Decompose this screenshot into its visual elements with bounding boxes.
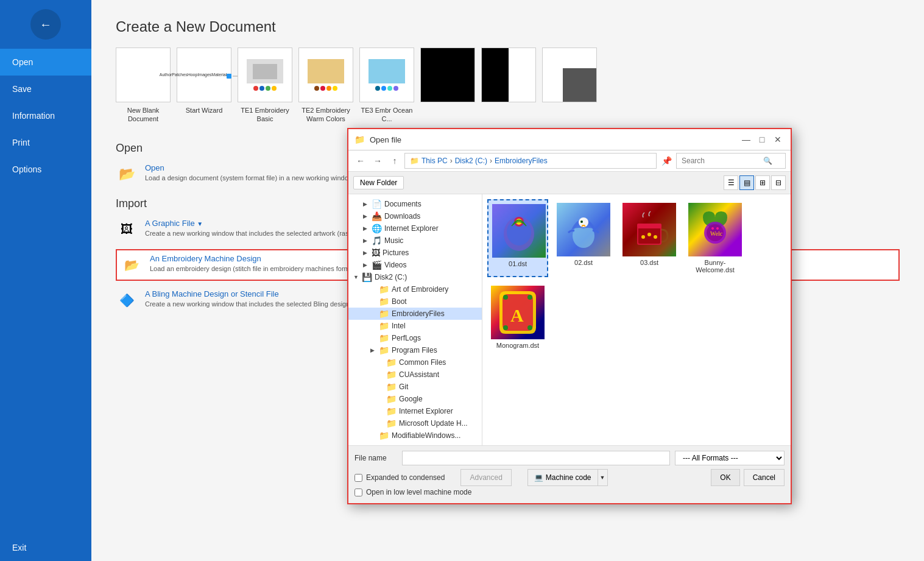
- tree-item-intel[interactable]: 📁 Intel: [348, 320, 482, 332]
- svg-text:Welc: Welc: [710, 230, 723, 237]
- file-area: 01.dst: [482, 194, 791, 445]
- file-thumb-01dst: [492, 204, 546, 258]
- nav-back-button[interactable]: ←: [353, 153, 368, 168]
- tree-label: Common Files: [399, 358, 446, 367]
- breadcrumb-part1[interactable]: This PC: [421, 157, 448, 165]
- svg-rect-10: [637, 224, 661, 228]
- tree-item-downloads[interactable]: ▶ 📥 Downloads: [348, 210, 482, 222]
- tree-item-boot[interactable]: 📁 Boot: [348, 295, 482, 308]
- view-icons-button[interactable]: ⊞: [755, 175, 770, 190]
- tree-item-common-files[interactable]: 📁 Common Files: [348, 356, 482, 369]
- file-item-bunny[interactable]: Welc Bunny-Welcome.dst: [685, 199, 746, 277]
- machine-code-group: 💻 Machine code ▼: [527, 469, 608, 486]
- template-black2[interactable]: [481, 48, 536, 124]
- sidebar-item-information[interactable]: Information: [0, 102, 91, 129]
- tree-item-perflogs[interactable]: 📁 PerfLogs: [348, 332, 482, 344]
- template-thumb-black3: [542, 48, 597, 102]
- sidebar-item-print[interactable]: Print: [0, 129, 91, 156]
- template-blank[interactable]: New Blank Document: [116, 48, 171, 124]
- tree-label: Documents: [384, 200, 421, 208]
- dialog-bottom: File name --- All Formats --- Expanded t…: [348, 445, 791, 503]
- template-te2[interactable]: TE2 Embroidery Warm Colors: [298, 48, 353, 124]
- tree-item-google[interactable]: 📁 Google: [348, 393, 482, 405]
- format-select[interactable]: --- All Formats ---: [675, 451, 785, 465]
- tree-item-music[interactable]: ▶ 🎵 Music: [348, 235, 482, 247]
- file-grid: 01.dst: [487, 199, 786, 353]
- sidebar-item-options[interactable]: Options: [0, 156, 91, 183]
- tree-icon: 📁: [386, 382, 397, 392]
- tree-item-program-files[interactable]: ▶ 📁 Program Files: [348, 344, 482, 356]
- file-thumb-bunny: Welc: [688, 203, 742, 256]
- open-link[interactable]: Open: [145, 163, 354, 172]
- tree-arrow: ▶: [363, 213, 369, 219]
- tree-item-videos[interactable]: ▶ 🎬 Videos: [348, 259, 482, 271]
- tree-item-modifiable[interactable]: 📁 ModifiableWindows...: [348, 429, 482, 442]
- ok-button[interactable]: OK: [711, 469, 739, 486]
- view-list-button[interactable]: ▤: [739, 175, 754, 190]
- template-label: Start Wizard: [177, 106, 231, 115]
- checkbox-lowlevel: Open in low level machine mode: [354, 488, 785, 496]
- sidebar: ← Open Save Information Print Options Ex…: [0, 0, 91, 561]
- dialog-close-button[interactable]: ✕: [771, 133, 785, 146]
- tree-label: Internet Explorer: [384, 224, 439, 233]
- nav-up-button[interactable]: ↑: [387, 153, 402, 168]
- nav-pin-button[interactable]: 📌: [659, 153, 674, 168]
- checkbox-expanded-input[interactable]: [354, 474, 362, 482]
- template-wizard[interactable]: Author Patches Hoop Images Material → St…: [177, 48, 231, 124]
- machine-code-dropdown[interactable]: ▼: [598, 469, 608, 486]
- template-thumb-wizard: Author Patches Hoop Images Material →: [177, 48, 231, 102]
- search-input[interactable]: [682, 157, 761, 165]
- nav-forward-button[interactable]: →: [370, 153, 385, 168]
- tree-item-msupdate[interactable]: 📁 Microsoft Update H...: [348, 417, 482, 429]
- tree-item-ie2[interactable]: 📁 Internet Explorer: [348, 405, 482, 417]
- file-item-02dst[interactable]: 02.dst: [553, 199, 614, 277]
- sidebar-item-open[interactable]: Open: [0, 49, 91, 76]
- file-thumb-monogram: A: [491, 286, 545, 339]
- dialog-minimize-button[interactable]: —: [739, 133, 753, 146]
- tree-icon: 📁: [386, 406, 397, 416]
- tree-item-embroideryfiles[interactable]: 📁 EmbroideryFiles: [348, 308, 482, 320]
- template-black1[interactable]: [420, 48, 475, 124]
- dialog-controls: — □ ✕: [739, 133, 785, 146]
- sidebar-item-label: Save: [12, 84, 32, 94]
- new-folder-button[interactable]: New Folder: [353, 176, 404, 189]
- file-item-monogram[interactable]: A Monogram.dst: [487, 282, 548, 353]
- dialog-title-text: Open file: [370, 135, 735, 144]
- template-te1[interactable]: TE1 Embroidery Basic: [238, 48, 292, 124]
- advanced-button[interactable]: Advanced: [460, 469, 511, 486]
- dialog-nav: ← → ↑ 📁 This PC › Disk2 (C:) › Embroider…: [348, 150, 791, 172]
- tree-item-disk2[interactable]: ▼ 💾 Disk2 (C:): [348, 271, 482, 283]
- page-title: Create a New Document: [116, 18, 900, 35]
- tree-label: Intel: [392, 322, 406, 330]
- svg-point-11: [641, 235, 645, 239]
- back-button[interactable]: ←: [30, 9, 61, 40]
- sidebar-item-exit[interactable]: Exit: [0, 534, 91, 561]
- view-details-button[interactable]: ☰: [724, 175, 738, 190]
- tree-item-pictures[interactable]: ▶ 🖼 Pictures: [348, 247, 482, 259]
- tree-item-art[interactable]: 📁 Art of Embroidery: [348, 283, 482, 295]
- dialog-maximize-button[interactable]: □: [755, 133, 769, 146]
- template-black3[interactable]: [542, 48, 597, 124]
- sidebar-item-save[interactable]: Save: [0, 76, 91, 102]
- file-name-03dst: 03.dst: [622, 259, 676, 266]
- search-box: 🔍: [676, 153, 786, 169]
- tree-label: ModifiableWindows...: [392, 431, 460, 440]
- breadcrumb-part2[interactable]: Disk2 (C:): [455, 157, 487, 165]
- filename-input[interactable]: [402, 451, 670, 465]
- tree-item-cuassistant[interactable]: 📁 CUAssistant: [348, 369, 482, 381]
- template-te3[interactable]: TE3 Embr Ocean C...: [359, 48, 414, 124]
- svg-point-20: [503, 295, 508, 300]
- file-item-03dst[interactable]: 03.dst: [619, 199, 680, 277]
- tree-item-git[interactable]: 📁 Git: [348, 381, 482, 393]
- main-content: Create a New Document New Blank Document…: [91, 0, 924, 561]
- sidebar-item-label: Information: [12, 111, 55, 121]
- machine-code-button[interactable]: 💻 Machine code: [527, 469, 598, 486]
- checkbox-lowlevel-input[interactable]: [354, 489, 362, 496]
- tree-item-internet-explorer[interactable]: ▶ 🌐 Internet Explorer: [348, 222, 482, 235]
- breadcrumb-part3[interactable]: EmbroideryFiles: [495, 157, 548, 165]
- file-item-01dst[interactable]: 01.dst: [487, 199, 548, 277]
- filename-label: File name: [354, 454, 397, 462]
- view-extra-button[interactable]: ⊟: [771, 175, 786, 190]
- tree-item-documents[interactable]: ▶ 📄 Documents: [348, 198, 482, 210]
- cancel-button[interactable]: Cancel: [744, 469, 785, 486]
